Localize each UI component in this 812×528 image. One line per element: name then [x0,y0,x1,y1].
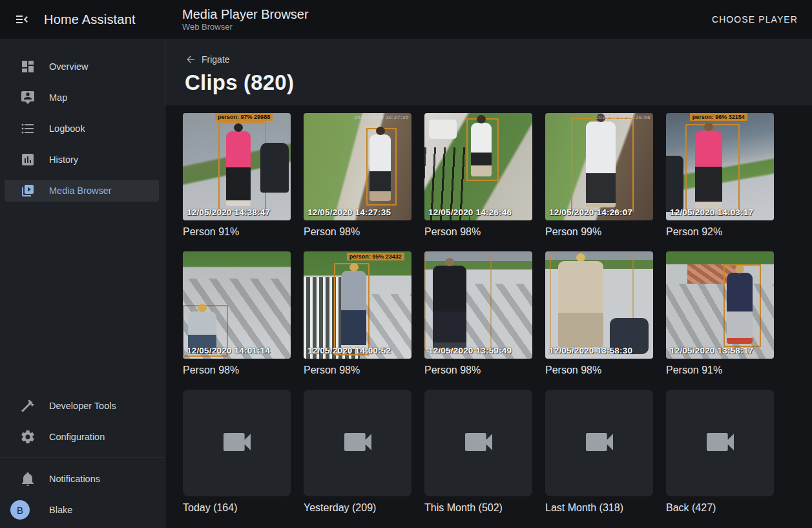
clip-thumbnail: 12/05/2020 13:58:17 [666,251,774,359]
clip-card[interactable]: 12/05/2020 14:01:14 Person 98% [183,251,291,376]
clip-timestamp: 12/05/2020 14:38:47 [187,207,270,217]
hammer-icon [20,398,36,414]
folder-label: Last Month (318) [545,502,653,514]
clip-thumbnail: 12/05/2020 14:01:14 [183,251,291,359]
clip-timestamp: 12/05/2020 14:27:35 [307,207,391,217]
clip-card[interactable]: 12/05/2020 13:58:17 Person 91% [666,251,774,376]
person-figure [558,261,603,347]
folder-label: This Month (502) [424,502,532,514]
clip-thumbnail: 12/05/2020 14:26:46 [424,113,532,220]
app-title: Home Assistant [44,12,136,27]
sidebar-header: Home Assistant [0,10,165,28]
view-dashboard-icon [20,59,36,74]
video-camera-icon [219,424,255,463]
clip-card[interactable]: person: 95% 23432 12/05/2020 14:00:52 Pe… [304,251,411,376]
clip-thumbnail: person: 97% 29988 12/05/2020 14:38:47 [183,113,291,220]
clip-card[interactable]: 2020-12-05 16:26:08 12/05/2020 14:26:07 … [545,113,653,238]
clip-card[interactable]: 12/05/2020 13:59:49 Person 98% [424,251,532,376]
clip-label: Person 98% [424,226,532,238]
sidebar-item-overview[interactable]: Overview [0,51,165,82]
person-figure [341,271,366,349]
folder-card-back[interactable]: Back (427) [666,390,774,514]
clip-thumbnail: 2020-12-05 16:26:08 12/05/2020 14:26:07 [545,113,653,220]
clip-card[interactable]: 12/05/2020 13:58:30 Person 98% [545,251,653,376]
folder-tile [545,390,653,496]
format-list-bulleted-icon [20,121,36,136]
clip-thumbnail: 12/05/2020 13:58:30 [545,251,653,359]
clip-label: Person 98% [304,226,411,238]
person-figure [471,123,492,176]
clip-thumbnail: person: 95% 23432 12/05/2020 14:00:52 [304,251,411,359]
folder-label: Today (164) [183,502,291,514]
sidebar-divider [0,458,165,458]
play-box-multiple-icon [20,183,36,198]
sidebar-item-user-blake[interactable]: B Blake [0,494,165,525]
folder-card-last-month[interactable]: Last Month (318) [545,390,653,514]
sidebar-item-history[interactable]: History [0,144,165,175]
clip-label: Person 98% [545,364,653,376]
media-player-browser-subtitle: Web Browser [182,22,309,32]
video-camera-icon [340,424,376,463]
sidebar: Overview Map Logbook History Media Brows… [0,39,165,528]
folder-card-yesterday[interactable]: Yesterday (209) [304,390,411,514]
arrow-left-icon [185,54,196,65]
clip-timestamp: 12/05/2020 13:58:30 [549,346,632,355]
clip-thumbnail: 12/05/2020 13:59:49 [424,251,532,359]
clip-label: Person 98% [424,364,532,376]
video-camera-icon [461,424,497,463]
sidebar-item-logbook[interactable]: Logbook [0,113,165,144]
clip-timestamp: 12/05/2020 14:26:46 [428,207,512,217]
sidebar-item-label: History [49,154,78,165]
clip-label: Person 91% [666,364,774,376]
poll-box-icon [20,152,36,167]
choose-player-button[interactable]: CHOOSE PLAYER [705,9,804,30]
folder-card-this-month[interactable]: This Month (502) [424,390,532,514]
clip-card[interactable]: 12/05/2020 14:26:46 Person 98% [424,113,532,238]
folder-label: Yesterday (209) [304,502,411,514]
folder-tile [304,390,411,496]
video-camera-icon [702,424,738,463]
person-figure [695,131,722,210]
clip-card[interactable]: 2020-12-05 16:27:35 12/05/2020 14:27:35 … [304,113,411,238]
folder-label: Back (427) [666,502,774,514]
camera-osd: 2020-12-05 16:26:08 [596,114,651,120]
app-header: Home Assistant Media Player Browser Web … [0,0,812,39]
sidebar-item-developer-tools[interactable]: Developer Tools [0,390,165,421]
sidebar-item-configuration[interactable]: Configuration [0,421,165,452]
page-heading: Media Player Browser Web Browser [182,6,309,32]
clip-card[interactable]: person: 97% 29988 12/05/2020 14:38:47 Pe… [183,113,291,238]
clip-timestamp: 12/05/2020 14:26:07 [549,207,632,217]
person-figure [727,273,753,344]
sidebar-item-media-browser[interactable]: Media Browser [0,175,165,206]
folder-tile [183,390,291,496]
gear-icon [20,429,36,445]
clip-timestamp: 12/05/2020 13:58:17 [670,346,753,355]
clip-timestamp: 12/05/2020 14:01:14 [187,346,270,355]
clip-thumbnail: person: 96% 32154 12/05/2020 14:03:17 [666,113,774,220]
menu-open-icon[interactable] [13,10,31,28]
avatar: B [10,500,30,520]
sidebar-item-label: Configuration [49,432,105,442]
clip-label: Person 98% [183,364,291,376]
person-figure [433,266,466,349]
clip-label: Person 91% [183,226,291,238]
clip-thumbnail: 2020-12-05 16:27:35 12/05/2020 14:27:35 [304,113,411,220]
media-player-browser-title: Media Player Browser [182,6,309,22]
person-figure [586,121,615,207]
sidebar-item-label: Overview [49,61,88,72]
sidebar-item-notifications[interactable]: Notifications [0,463,165,494]
folder-card-today[interactable]: Today (164) [183,390,291,514]
media-browser-content: Frigate Clips (820) person: 97% 29988 12… [165,39,812,528]
breadcrumb-back-frigate[interactable]: Frigate [185,54,793,65]
clip-card[interactable]: person: 96% 32154 12/05/2020 14:03:17 Pe… [666,113,774,238]
tooltip-account-icon [20,90,36,105]
sidebar-item-label: Map [49,92,67,103]
sidebar-item-map[interactable]: Map [0,82,165,113]
breadcrumb-label: Frigate [202,54,230,65]
person-figure [370,134,391,201]
camera-osd: 2020-12-05 16:27:35 [354,114,409,120]
clip-label: Person 98% [304,364,411,376]
sidebar-item-label: Media Browser [49,185,112,196]
video-camera-icon [581,424,618,463]
sidebar-item-label: Logbook [49,123,85,134]
